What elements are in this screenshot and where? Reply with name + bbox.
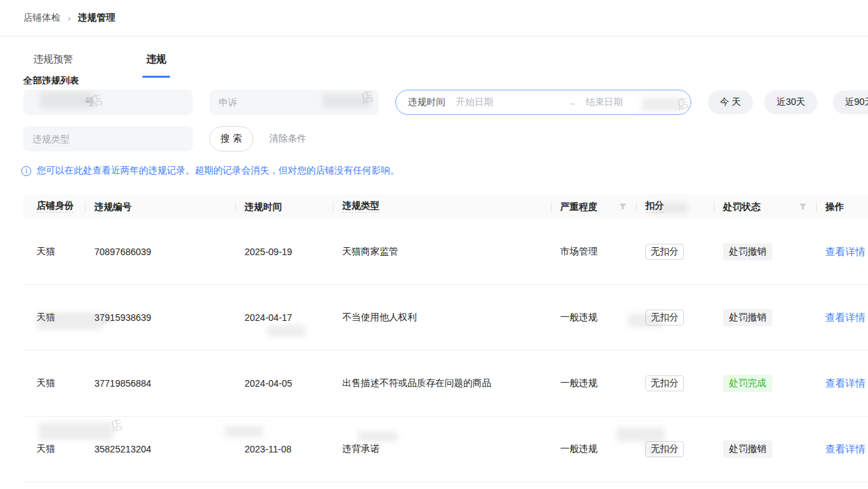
cell-shop-identity: 天猫 <box>37 246 94 258</box>
status-badge: 处罚撤销 <box>723 309 772 326</box>
quick-range-today-button[interactable]: 今 天 <box>708 90 753 114</box>
violation-id-input[interactable]: 号 <box>23 90 193 115</box>
tab-bar: 违规预警 违规 <box>33 53 239 78</box>
cell-violation-id: 37915938639 <box>94 312 245 323</box>
cell-violation-id: 37719856884 <box>94 378 245 389</box>
col-header-actions: 操作 <box>825 202 868 211</box>
table-header-row: 店铺身份 违规编号 违规时间 违规类型 严重程度 扣分 处罚状态 操作 <box>23 194 868 219</box>
table-row: 天猫 37719856884 2024-04-05 出售描述不符或品质存在问题的… <box>23 351 868 417</box>
table-row: 天猫 70897686039 2025-09-19 天猫商家监管 市场管理 无扣… <box>23 219 868 285</box>
violation-table: 店铺身份 违规编号 违规时间 违规类型 严重程度 扣分 处罚状态 操作 天猫 7… <box>23 194 868 482</box>
cell-violation-id: 35825213204 <box>94 444 245 454</box>
cell-severity: 一般违规 <box>560 443 645 455</box>
cell-violation-id: 70897686039 <box>94 246 245 257</box>
col-header-deduction: 扣分 <box>645 202 723 211</box>
cell-violation-time: 2025-09-19 <box>245 246 342 257</box>
start-date-field[interactable]: 开始日期 <box>456 96 493 108</box>
tab-label: 违规预警 <box>33 53 73 64</box>
cell-severity: 市场管理 <box>560 246 645 258</box>
view-details-link[interactable]: 查看详情 <box>825 312 868 324</box>
view-details-link[interactable]: 查看详情 <box>825 246 868 258</box>
violation-time-range-picker[interactable]: 违规时间 开始日期 → 结束日期 <box>395 90 691 115</box>
appeal-input[interactable] <box>209 90 379 115</box>
breadcrumb-separator: › <box>68 13 70 23</box>
deduction-badge: 无扣分 <box>645 244 684 260</box>
cell-violation-type: 出售描述不符或品质存在问题的商品 <box>342 377 560 389</box>
cell-violation-type: 不当使用他人权利 <box>342 312 560 324</box>
clear-filters-button[interactable]: 清除条件 <box>269 126 306 151</box>
status-filter-funnel-icon[interactable] <box>799 203 807 211</box>
filter-panel: 号 违规时间 开始日期 → 结束日期 今 天 近30天 近90天 搜 索 清除条… <box>0 84 868 161</box>
status-badge: 处罚完成 <box>723 375 772 392</box>
cell-violation-time: 2024-04-17 <box>245 312 342 323</box>
notice-text: 您可以在此处查看近两年的违规记录。超期的记录会消失，但对您的店铺没有任何影响。 <box>37 165 399 177</box>
status-badge: 处罚撤销 <box>723 440 772 458</box>
table-row: 天猫 37915938639 2024-04-17 不当使用他人权利 一般违规 … <box>23 285 868 351</box>
cell-violation-type: 天猫商家监管 <box>342 246 560 258</box>
view-details-link[interactable]: 查看详情 <box>825 377 868 390</box>
violation-type-input[interactable] <box>23 126 193 151</box>
search-button[interactable]: 搜 索 <box>209 126 253 151</box>
cell-shop-identity: 天猫 <box>37 377 94 389</box>
violation-management-page: 店铺体检 › 违规管理 违规预警 违规 全部违规列表 号 违规时间 开始日期 →… <box>0 0 868 489</box>
cell-violation-time: 2023-11-08 <box>245 444 342 454</box>
cell-violation-type: 违背承诺 <box>342 443 560 455</box>
col-header-violation-type: 违规类型 <box>342 202 560 211</box>
tab-label: 违规 <box>146 53 166 64</box>
col-header-penalty-status: 处罚状态 <box>723 202 825 211</box>
cell-severity: 一般违规 <box>560 312 645 324</box>
col-header-severity: 严重程度 <box>560 202 645 211</box>
status-badge: 处罚撤销 <box>723 243 772 260</box>
cell-shop-identity: 天猫 <box>37 312 94 324</box>
view-details-link[interactable]: 查看详情 <box>825 443 868 456</box>
col-header-violation-id: 违规编号 <box>94 202 245 211</box>
breadcrumb: 店铺体检 › 违规管理 <box>0 0 868 37</box>
breadcrumb-parent[interactable]: 店铺体检 <box>23 12 60 24</box>
cell-severity: 一般违规 <box>560 377 645 389</box>
cell-violation-time: 2024-04-05 <box>245 378 342 389</box>
deduction-badge: 无扣分 <box>645 375 684 391</box>
deduction-badge: 无扣分 <box>645 441 684 457</box>
cell-shop-identity: 天猫 <box>37 443 94 455</box>
active-tab-indicator <box>142 76 170 78</box>
date-range-label: 违规时间 <box>408 96 445 108</box>
table-row: 天猫 35825213204 2023-11-08 违背承诺 一般违规 无扣分 … <box>23 417 868 482</box>
notice-banner: i 您可以在此处查看近两年的违规记录。超期的记录会消失，但对您的店铺没有任何影响… <box>21 165 399 177</box>
breadcrumb-current: 违规管理 <box>78 12 115 24</box>
deduction-badge: 无扣分 <box>645 310 684 326</box>
quick-range-90d-button[interactable]: 近90天 <box>833 90 868 114</box>
end-date-field[interactable]: 结束日期 <box>586 96 623 108</box>
info-circle-icon: i <box>21 166 31 176</box>
tab-violation-warning[interactable]: 违规预警 <box>33 53 73 78</box>
violation-id-input-text: 号 <box>84 96 94 108</box>
col-header-violation-time: 违规时间 <box>245 202 342 211</box>
quick-range-30d-button[interactable]: 近30天 <box>764 90 817 114</box>
severity-filter-funnel-icon[interactable] <box>619 203 627 211</box>
date-range-arrow-icon: → <box>568 98 576 108</box>
tab-violation[interactable]: 违规 <box>146 53 166 78</box>
